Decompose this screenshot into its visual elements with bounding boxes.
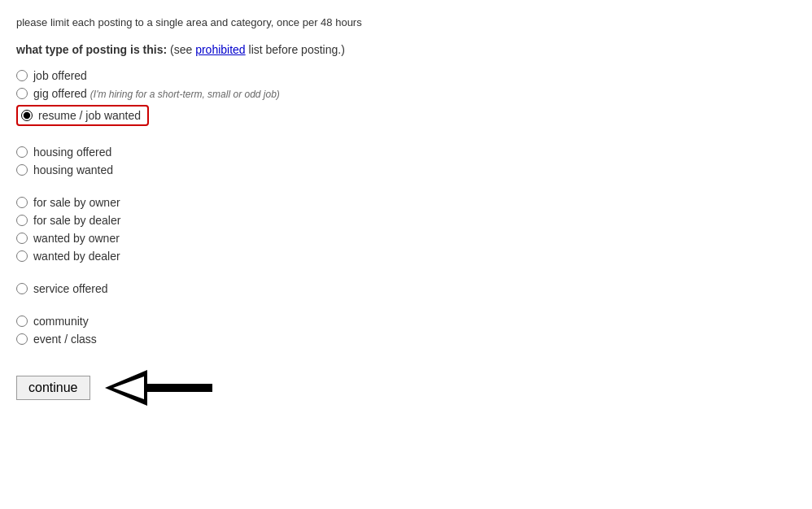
arrow-indicator xyxy=(98,370,229,406)
label-wanted-dealer[interactable]: wanted by dealer xyxy=(33,250,120,263)
radio-gig-offered[interactable] xyxy=(16,88,28,99)
options-group-2: housing offered housing wanted xyxy=(16,137,796,176)
radio-service-offered[interactable] xyxy=(16,283,28,294)
options-group-4: service offered xyxy=(16,274,796,295)
notice-text: please limit each posting to a single ar… xyxy=(16,16,796,28)
radio-for-sale-owner[interactable] xyxy=(16,197,28,208)
radio-wanted-dealer[interactable] xyxy=(16,250,28,262)
option-row-event: event / class xyxy=(16,333,796,346)
option-row-housing-wanted: housing wanted xyxy=(16,163,796,176)
option-row-job-offered: job offered xyxy=(16,69,796,82)
gig-offered-subtext: (I'm hiring for a short-term, small or o… xyxy=(90,89,280,100)
label-for-sale-dealer[interactable]: for sale by dealer xyxy=(33,214,120,227)
question-see: (see xyxy=(170,43,195,56)
options-group-1: job offered gig offered (I'm hiring for … xyxy=(16,69,796,126)
label-job-offered[interactable]: job offered xyxy=(33,69,87,82)
continue-button[interactable]: continue xyxy=(16,376,90,400)
option-row-gig-offered: gig offered (I'm hiring for a short-term… xyxy=(16,87,796,100)
label-wanted-owner[interactable]: wanted by owner xyxy=(33,232,120,245)
radio-job-offered[interactable] xyxy=(16,70,28,81)
question-prefix: what type of posting is this: xyxy=(16,43,167,56)
label-resume[interactable]: resume / job wanted xyxy=(38,109,141,122)
divider-3 xyxy=(16,274,796,282)
radio-housing-offered[interactable] xyxy=(16,146,28,158)
resume-selected-box: resume / job wanted xyxy=(16,105,149,126)
posting-question: what type of posting is this: (see prohi… xyxy=(16,43,796,56)
radio-event[interactable] xyxy=(16,333,28,345)
svg-rect-3 xyxy=(147,384,212,392)
divider-4 xyxy=(16,307,796,315)
option-row-for-sale-owner: for sale by owner xyxy=(16,196,796,209)
option-row-resume: resume / job wanted xyxy=(16,105,796,126)
radio-for-sale-dealer[interactable] xyxy=(16,215,28,226)
arrow-icon xyxy=(98,370,229,406)
option-row-service-offered: service offered xyxy=(16,282,796,295)
label-gig-offered[interactable]: gig offered (I'm hiring for a short-term… xyxy=(33,87,280,100)
label-service-offered[interactable]: service offered xyxy=(33,282,108,295)
label-event[interactable]: event / class xyxy=(33,333,97,346)
option-row-community: community xyxy=(16,315,796,328)
option-row-wanted-dealer: wanted by dealer xyxy=(16,250,796,263)
radio-resume[interactable] xyxy=(21,110,33,121)
divider-2 xyxy=(16,188,796,196)
radio-community[interactable] xyxy=(16,315,28,327)
divider-1 xyxy=(16,137,796,146)
question-suffix: list before posting.) xyxy=(249,43,345,56)
prohibited-link[interactable]: prohibited xyxy=(195,43,246,56)
continue-section: continue xyxy=(16,370,796,406)
label-housing-offered[interactable]: housing offered xyxy=(33,146,111,159)
label-community[interactable]: community xyxy=(33,315,89,328)
option-row-wanted-owner: wanted by owner xyxy=(16,232,796,245)
label-for-sale-owner[interactable]: for sale by owner xyxy=(33,196,120,209)
radio-housing-wanted[interactable] xyxy=(16,164,28,176)
options-group-5: community event / class xyxy=(16,307,796,346)
options-group-3: for sale by owner for sale by dealer wan… xyxy=(16,188,796,263)
radio-wanted-owner[interactable] xyxy=(16,233,28,244)
label-housing-wanted[interactable]: housing wanted xyxy=(33,163,113,176)
option-row-housing-offered: housing offered xyxy=(16,146,796,159)
option-row-for-sale-dealer: for sale by dealer xyxy=(16,214,796,227)
